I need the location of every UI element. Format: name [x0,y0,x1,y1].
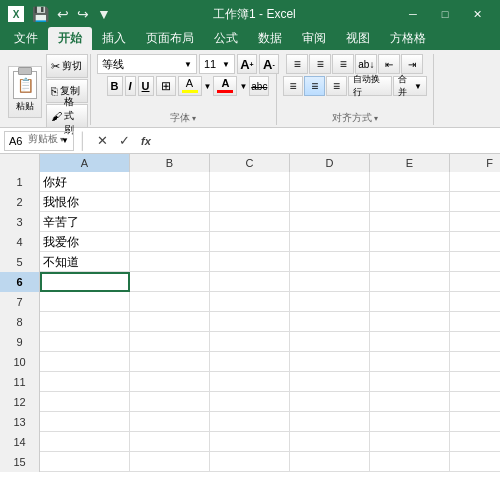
cell-a10[interactable] [40,352,130,372]
formula-input[interactable] [160,131,496,151]
cell-b13[interactable] [130,412,210,432]
row-header-15[interactable]: 15 [0,452,40,472]
tab-view[interactable]: 视图 [336,27,380,50]
cell-f7[interactable] [450,292,500,312]
cell-f11[interactable] [450,372,500,392]
cell-a7[interactable] [40,292,130,312]
cell-b3[interactable] [130,212,210,232]
cell-b2[interactable] [130,192,210,212]
cell-a12[interactable] [40,392,130,412]
cell-f10[interactable] [450,352,500,372]
cell-e1[interactable] [370,172,450,192]
cell-e9[interactable] [370,332,450,352]
cell-d9[interactable] [290,332,370,352]
fill-dropdown-icon[interactable]: ▼ [204,82,212,91]
cell-d8[interactable] [290,312,370,332]
cell-b15[interactable] [130,452,210,472]
alignment-expand-icon[interactable]: ▾ [374,114,378,123]
row-header-6[interactable]: 6 [0,272,40,292]
cell-c9[interactable] [210,332,290,352]
cell-a1[interactable]: 你好 [40,172,130,192]
cell-b7[interactable] [130,292,210,312]
font-size-selector[interactable]: 11 ▼ [199,54,235,74]
redo-button[interactable]: ↪ [77,6,89,22]
cell-b12[interactable] [130,392,210,412]
format-painter-button[interactable]: 🖌 格式刷 [46,104,88,128]
cell-d14[interactable] [290,432,370,452]
border-button[interactable]: ⊞ [156,76,176,96]
font-color-button[interactable]: A [213,76,237,96]
cell-d7[interactable] [290,292,370,312]
cell-c2[interactable] [210,192,290,212]
cell-e12[interactable] [370,392,450,412]
text-direction-button[interactable]: ab↓ [355,54,377,74]
row-header-11[interactable]: 11 [0,372,40,392]
cell-f1[interactable] [450,172,500,192]
formula-cancel-button[interactable]: ✕ [92,131,112,151]
cell-d15[interactable] [290,452,370,472]
cell-c15[interactable] [210,452,290,472]
cell-c1[interactable] [210,172,290,192]
cell-f15[interactable] [450,452,500,472]
cell-d13[interactable] [290,412,370,432]
cell-a9[interactable] [40,332,130,352]
cell-c4[interactable] [210,232,290,252]
row-header-4[interactable]: 4 [0,232,40,252]
cell-b14[interactable] [130,432,210,452]
cell-e10[interactable] [370,352,450,372]
cell-d11[interactable] [290,372,370,392]
align-left-button[interactable]: ≡ [283,76,304,96]
cell-c10[interactable] [210,352,290,372]
row-header-10[interactable]: 10 [0,352,40,372]
italic-button[interactable]: I [125,76,136,96]
cell-e8[interactable] [370,312,450,332]
cell-c7[interactable] [210,292,290,312]
col-header-a[interactable]: A [40,154,130,172]
cell-a8[interactable] [40,312,130,332]
merge-button[interactable]: 合并 ▼ [393,76,427,96]
cut-button[interactable]: ✂ 剪切 [46,54,88,78]
fill-color-button[interactable]: A [178,76,202,96]
cell-f3[interactable] [450,212,500,232]
cell-a4[interactable]: 我爱你 [40,232,130,252]
cell-b6[interactable] [130,272,210,292]
tab-extra[interactable]: 方格格 [380,27,436,50]
tab-file[interactable]: 文件 [4,27,48,50]
tab-insert[interactable]: 插入 [92,27,136,50]
col-header-c[interactable]: C [210,154,290,172]
cell-f5[interactable] [450,252,500,272]
cell-e11[interactable] [370,372,450,392]
cell-a3[interactable]: 辛苦了 [40,212,130,232]
cell-f12[interactable] [450,392,500,412]
cell-a5[interactable]: 不知道 [40,252,130,272]
cell-e15[interactable] [370,452,450,472]
font-expand-icon[interactable]: ▾ [192,114,196,123]
row-header-8[interactable]: 8 [0,312,40,332]
tab-review[interactable]: 审阅 [292,27,336,50]
cell-a6[interactable] [40,272,130,292]
row-header-14[interactable]: 14 [0,432,40,452]
cell-e6[interactable] [370,272,450,292]
cell-f13[interactable] [450,412,500,432]
cell-f4[interactable] [450,232,500,252]
cell-a2[interactable]: 我恨你 [40,192,130,212]
paste-button[interactable]: 📋 粘贴 [8,66,42,118]
cell-f8[interactable] [450,312,500,332]
strikethrough-button[interactable]: abc [249,76,269,96]
cell-a14[interactable] [40,432,130,452]
formula-function-button[interactable]: fx [136,131,156,151]
indent-increase-button[interactable]: ⇥ [401,54,423,74]
cell-d3[interactable] [290,212,370,232]
close-button[interactable]: ✕ [462,0,492,28]
cell-b10[interactable] [130,352,210,372]
formula-confirm-button[interactable]: ✓ [114,131,134,151]
customize-button[interactable]: ▼ [97,6,111,22]
row-header-5[interactable]: 5 [0,252,40,272]
tab-home[interactable]: 开始 [48,27,92,50]
align-middle-button[interactable]: ≡ [309,54,331,74]
cell-e13[interactable] [370,412,450,432]
cell-c14[interactable] [210,432,290,452]
cell-c12[interactable] [210,392,290,412]
cell-a13[interactable] [40,412,130,432]
align-center-button[interactable]: ≡ [304,76,325,96]
